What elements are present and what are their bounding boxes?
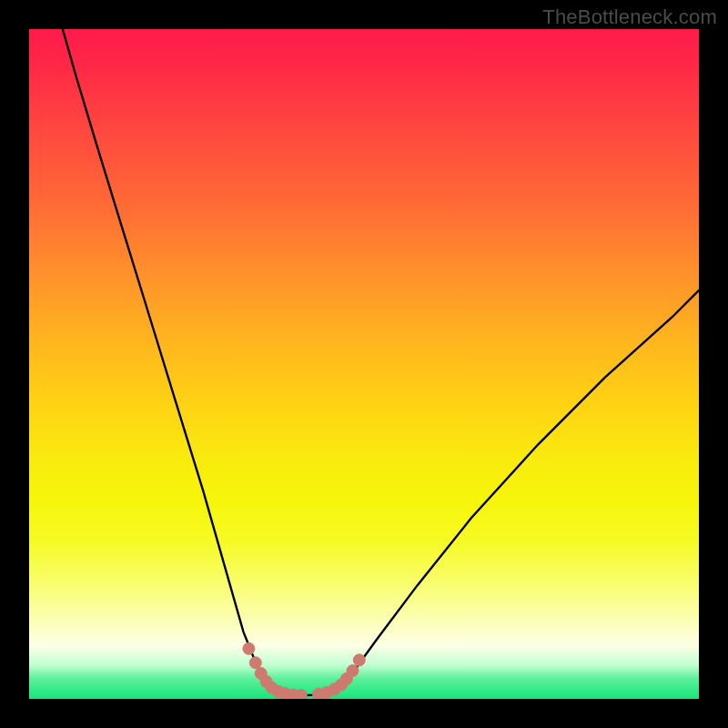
plot-area xyxy=(29,29,699,699)
svg-point-14 xyxy=(347,665,359,677)
marker-cluster-right xyxy=(313,654,366,699)
svg-point-15 xyxy=(353,654,365,666)
attribution-watermark: TheBottleneck.com xyxy=(542,5,717,29)
svg-point-1 xyxy=(249,657,261,669)
chart-frame: TheBottleneck.com xyxy=(0,0,728,728)
bottleneck-curve xyxy=(29,29,699,699)
marker-cluster-left xyxy=(243,642,307,699)
svg-point-8 xyxy=(295,690,307,700)
svg-point-0 xyxy=(243,642,255,654)
curve-right-branch xyxy=(338,290,699,691)
curve-left-branch xyxy=(63,29,277,693)
